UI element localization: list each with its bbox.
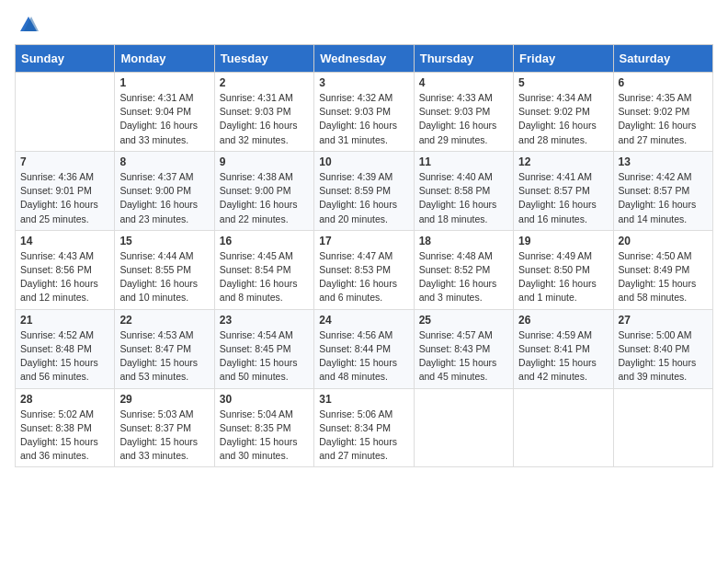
calendar-week-row: 21 Sunrise: 4:52 AM Sunset: 8:48 PM Dayl… — [16, 309, 713, 388]
day-number: 2 — [220, 76, 309, 89]
day-info: Sunrise: 4:54 AM Sunset: 8:45 PM Dayligh… — [220, 328, 309, 385]
day-info: Sunrise: 4:38 AM Sunset: 9:00 PM Dayligh… — [220, 170, 309, 226]
day-number: 19 — [518, 235, 608, 247]
daylight-text: Daylight: 15 hours and 45 minutes. — [419, 357, 497, 382]
day-info: Sunrise: 4:43 AM Sunset: 8:56 PM Dayligh… — [20, 249, 109, 305]
sunrise-text: Sunrise: 5:00 AM — [619, 329, 692, 340]
sunrise-text: Sunrise: 4:47 AM — [319, 250, 392, 261]
sunrise-text: Sunrise: 4:31 AM — [220, 92, 293, 103]
daylight-text: Daylight: 16 hours and 29 minutes. — [419, 120, 497, 144]
calendar-cell: 7 Sunrise: 4:36 AM Sunset: 9:01 PM Dayli… — [16, 151, 115, 230]
day-number: 14 — [20, 235, 109, 247]
day-number: 1 — [119, 76, 209, 89]
sunset-text: Sunset: 8:52 PM — [419, 264, 491, 275]
sunrise-text: Sunrise: 4:39 AM — [319, 171, 392, 182]
calendar-cell: 11 Sunrise: 4:40 AM Sunset: 8:58 PM Dayl… — [414, 151, 513, 230]
day-number: 13 — [619, 155, 708, 168]
day-number: 30 — [220, 393, 309, 406]
calendar-cell: 28 Sunrise: 5:02 AM Sunset: 8:38 PM Dayl… — [16, 388, 115, 467]
sunrise-text: Sunrise: 4:45 AM — [220, 250, 293, 261]
day-info: Sunrise: 4:36 AM Sunset: 9:01 PM Dayligh… — [20, 170, 109, 226]
day-number: 15 — [119, 235, 209, 247]
sunset-text: Sunset: 8:43 PM — [419, 343, 491, 354]
calendar-cell: 17 Sunrise: 4:47 AM Sunset: 8:53 PM Dayl… — [314, 230, 414, 309]
calendar-cell: 31 Sunrise: 5:06 AM Sunset: 8:34 PM Dayl… — [314, 388, 414, 467]
daylight-text: Daylight: 16 hours and 6 minutes. — [319, 278, 397, 303]
day-number: 21 — [20, 314, 109, 327]
daylight-text: Daylight: 16 hours and 22 minutes. — [220, 199, 298, 224]
sunrise-text: Sunrise: 5:02 AM — [20, 408, 94, 419]
sunset-text: Sunset: 8:34 PM — [319, 422, 391, 433]
day-number: 24 — [319, 314, 408, 327]
calendar-cell: 9 Sunrise: 4:38 AM Sunset: 9:00 PM Dayli… — [214, 151, 313, 230]
calendar-cell: 22 Sunrise: 4:53 AM Sunset: 8:47 PM Dayl… — [115, 309, 214, 388]
sunset-text: Sunset: 8:59 PM — [319, 185, 391, 196]
calendar-cell: 29 Sunrise: 5:03 AM Sunset: 8:37 PM Dayl… — [115, 388, 214, 467]
sunset-text: Sunset: 8:55 PM — [119, 264, 191, 275]
sunset-text: Sunset: 8:56 PM — [20, 264, 92, 275]
sunset-text: Sunset: 8:47 PM — [119, 343, 191, 354]
day-number: 5 — [518, 76, 608, 89]
daylight-text: Daylight: 16 hours and 18 minutes. — [419, 199, 497, 224]
day-info: Sunrise: 4:31 AM Sunset: 9:03 PM Dayligh… — [220, 91, 309, 147]
day-info: Sunrise: 4:42 AM Sunset: 8:57 PM Dayligh… — [619, 170, 708, 226]
sunrise-text: Sunrise: 4:37 AM — [119, 171, 193, 182]
day-info: Sunrise: 4:52 AM Sunset: 8:48 PM Dayligh… — [20, 328, 109, 385]
day-number: 29 — [119, 393, 209, 406]
sunset-text: Sunset: 8:38 PM — [20, 422, 92, 433]
daylight-text: Daylight: 15 hours and 50 minutes. — [220, 357, 298, 382]
sunrise-text: Sunrise: 4:36 AM — [20, 171, 94, 182]
calendar-week-row: 1 Sunrise: 4:31 AM Sunset: 9:04 PM Dayli… — [16, 73, 713, 152]
day-number: 25 — [419, 314, 508, 327]
day-info: Sunrise: 4:31 AM Sunset: 9:04 PM Dayligh… — [119, 91, 209, 147]
day-info: Sunrise: 4:48 AM Sunset: 8:52 PM Dayligh… — [419, 249, 508, 305]
weekday-header-tuesday: Tuesday — [214, 45, 313, 73]
day-info: Sunrise: 4:53 AM Sunset: 8:47 PM Dayligh… — [119, 328, 209, 385]
calendar-cell: 18 Sunrise: 4:48 AM Sunset: 8:52 PM Dayl… — [414, 230, 513, 309]
sunrise-text: Sunrise: 4:59 AM — [518, 329, 592, 340]
daylight-text: Daylight: 16 hours and 25 minutes. — [20, 199, 98, 224]
sunset-text: Sunset: 9:00 PM — [119, 185, 191, 196]
day-number: 12 — [518, 155, 608, 168]
sunrise-text: Sunrise: 5:03 AM — [119, 408, 193, 419]
calendar-cell: 1 Sunrise: 4:31 AM Sunset: 9:04 PM Dayli… — [115, 73, 214, 152]
logo-icon — [18, 15, 39, 35]
day-number: 16 — [220, 235, 309, 247]
calendar-cell: 30 Sunrise: 5:04 AM Sunset: 8:35 PM Dayl… — [214, 388, 313, 467]
sunset-text: Sunset: 9:04 PM — [119, 106, 191, 117]
daylight-text: Daylight: 16 hours and 33 minutes. — [119, 120, 198, 144]
calendar-cell: 27 Sunrise: 5:00 AM Sunset: 8:40 PM Dayl… — [613, 309, 712, 388]
day-number: 27 — [619, 314, 708, 327]
day-number: 8 — [119, 155, 209, 168]
sunset-text: Sunset: 9:01 PM — [20, 185, 92, 196]
sunset-text: Sunset: 9:00 PM — [220, 185, 291, 196]
sunrise-text: Sunrise: 4:56 AM — [319, 329, 392, 340]
daylight-text: Daylight: 15 hours and 56 minutes. — [20, 357, 98, 382]
day-info: Sunrise: 4:50 AM Sunset: 8:49 PM Dayligh… — [619, 249, 708, 305]
day-info: Sunrise: 4:56 AM Sunset: 8:44 PM Dayligh… — [319, 328, 408, 385]
sunset-text: Sunset: 8:35 PM — [220, 422, 291, 433]
sunrise-text: Sunrise: 4:54 AM — [220, 329, 293, 340]
daylight-text: Daylight: 15 hours and 53 minutes. — [119, 357, 198, 382]
day-number: 6 — [619, 76, 708, 89]
page-header — [15, 15, 713, 35]
daylight-text: Daylight: 15 hours and 27 minutes. — [319, 436, 397, 461]
sunrise-text: Sunrise: 4:41 AM — [518, 171, 592, 182]
day-info: Sunrise: 4:41 AM Sunset: 8:57 PM Dayligh… — [518, 170, 608, 226]
calendar-cell — [613, 388, 712, 467]
sunrise-text: Sunrise: 4:32 AM — [319, 92, 392, 103]
calendar-cell: 3 Sunrise: 4:32 AM Sunset: 9:03 PM Dayli… — [314, 73, 414, 152]
day-number: 10 — [319, 155, 408, 168]
day-number: 4 — [419, 76, 508, 89]
sunset-text: Sunset: 8:41 PM — [518, 343, 590, 354]
day-number: 7 — [20, 155, 109, 168]
sunrise-text: Sunrise: 4:48 AM — [419, 250, 493, 261]
calendar-week-row: 28 Sunrise: 5:02 AM Sunset: 8:38 PM Dayl… — [16, 388, 713, 467]
sunset-text: Sunset: 9:03 PM — [419, 106, 491, 117]
daylight-text: Daylight: 15 hours and 42 minutes. — [518, 357, 597, 382]
calendar-cell: 21 Sunrise: 4:52 AM Sunset: 8:48 PM Dayl… — [16, 309, 115, 388]
sunset-text: Sunset: 8:49 PM — [619, 264, 690, 275]
sunset-text: Sunset: 8:53 PM — [319, 264, 391, 275]
calendar-cell: 10 Sunrise: 4:39 AM Sunset: 8:59 PM Dayl… — [314, 151, 414, 230]
daylight-text: Daylight: 16 hours and 20 minutes. — [319, 199, 397, 224]
